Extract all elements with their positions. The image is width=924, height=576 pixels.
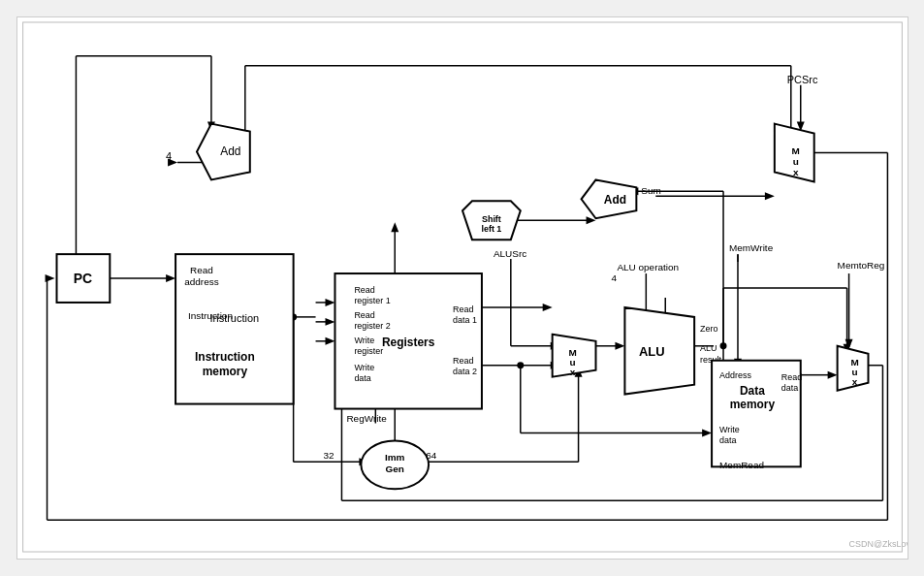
svg-text:Shift: Shift <box>481 214 500 224</box>
svg-text:Read: Read <box>781 372 801 382</box>
svg-text:Imm: Imm <box>385 452 405 463</box>
svg-text:Zero: Zero <box>700 324 717 334</box>
svg-text:left 1: left 1 <box>481 224 501 234</box>
svg-text:Add: Add <box>220 144 240 158</box>
svg-text:data 2: data 2 <box>453 367 477 376</box>
svg-text:MemRead: MemRead <box>719 460 764 470</box>
svg-text:Sum: Sum <box>641 185 660 196</box>
svg-text:Gen: Gen <box>385 464 403 474</box>
svg-text:Read: Read <box>354 285 374 295</box>
svg-text:Read: Read <box>453 356 473 366</box>
svg-text:ALU: ALU <box>639 344 665 359</box>
svg-text:Instruction: Instruction <box>195 350 255 364</box>
svg-text:PC: PC <box>73 271 91 286</box>
svg-text:Read: Read <box>190 265 213 275</box>
svg-text:M: M <box>791 145 799 156</box>
svg-text:ALU: ALU <box>700 343 717 353</box>
svg-text:address: address <box>184 276 218 287</box>
svg-text:Write: Write <box>354 336 374 345</box>
svg-text:ALU operation: ALU operation <box>617 262 679 272</box>
svg-text:Data: Data <box>739 384 764 398</box>
svg-text:Read: Read <box>354 310 374 320</box>
diagram-container: PC Instruction Instruction memory Read a… <box>16 16 908 560</box>
svg-text:data: data <box>781 383 797 393</box>
svg-text:u: u <box>792 156 798 167</box>
svg-text:register 2: register 2 <box>354 321 390 331</box>
svg-text:Add: Add <box>603 193 625 207</box>
svg-text:ALUSrc: ALUSrc <box>493 248 526 259</box>
svg-text:Write: Write <box>354 363 374 372</box>
svg-text:RegWrite: RegWrite <box>346 413 387 424</box>
svg-text:Instruction: Instruction <box>188 310 233 321</box>
svg-text:register: register <box>354 346 383 356</box>
svg-text:PCSrc: PCSrc <box>786 74 817 85</box>
svg-text:x: x <box>792 167 798 177</box>
svg-text:register 1: register 1 <box>354 296 390 305</box>
svg-text:memory: memory <box>729 398 775 411</box>
svg-text:64: 64 <box>426 450 437 461</box>
svg-text:memory: memory <box>202 365 247 378</box>
svg-text:MemWrite: MemWrite <box>729 242 774 253</box>
svg-text:MemtoReg: MemtoReg <box>837 260 884 271</box>
svg-text:data: data <box>719 435 736 445</box>
svg-text:32: 32 <box>323 450 335 461</box>
svg-text:CSDN@ZksLoves: CSDN@ZksLoves <box>848 539 907 549</box>
svg-text:x: x <box>851 376 857 387</box>
svg-text:Registers: Registers <box>381 336 434 349</box>
svg-text:Read: Read <box>453 304 473 314</box>
svg-text:Address: Address <box>719 370 751 380</box>
svg-text:Write: Write <box>719 425 740 434</box>
svg-text:4: 4 <box>611 272 617 283</box>
svg-text:data: data <box>354 373 370 383</box>
svg-text:data 1: data 1 <box>453 315 477 325</box>
svg-text:x: x <box>569 367 575 377</box>
